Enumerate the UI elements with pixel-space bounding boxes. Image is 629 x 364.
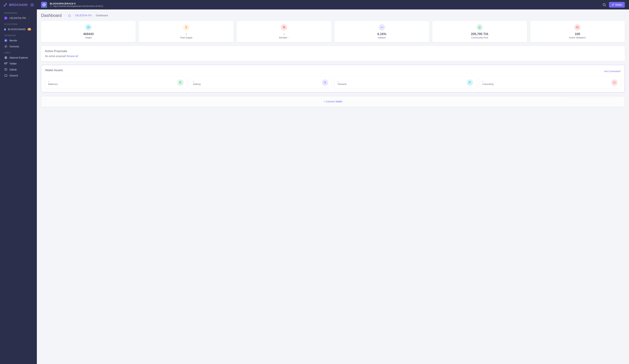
svg-rect-3 [4, 75, 7, 77]
wallet-assets-card: Wallet Assets Not Connected? -BalancesB-… [41, 65, 625, 92]
card-title: Wallet Assets [45, 69, 63, 72]
sidebar-item-label: Github [9, 68, 17, 71]
wallet-value: - [338, 80, 347, 83]
sidebar-item-celestia-itn[interactable]: ✦CELESTIA ITN› [0, 15, 37, 21]
sidebar-item-label: Osmosis [9, 45, 19, 48]
chain-id: BLOCKSPACERACE-0 [50, 2, 103, 5]
sidebar-item-twitter[interactable]: Twitter [0, 61, 37, 67]
stat-label: Active Validators [532, 36, 623, 39]
nav-heading: ECOSYSTEM [0, 21, 37, 26]
stat-value: 205,795 TIA [434, 32, 525, 36]
wallet-label: Rewards [338, 83, 347, 85]
bonded-icon: % [281, 24, 287, 30]
target-icon[interactable] [30, 3, 34, 6]
wallet-label: Balances [48, 83, 58, 85]
avatar: R [467, 80, 473, 86]
not-connected-link[interactable]: Not Connected? [604, 70, 621, 73]
sidebar-item-label: BLOCKCHAINS [8, 28, 25, 31]
wallet-icon [612, 3, 614, 6]
stats-grid: 469443Height$-Total Supply%-Bonded: -6.1… [41, 21, 625, 42]
svg-point-10 [577, 26, 578, 27]
stat-label: Bonded: - [239, 36, 329, 39]
validators-icon [574, 24, 581, 30]
wallet-value: - [48, 80, 58, 83]
browse-all-link[interactable]: Browse all [67, 55, 78, 58]
nav-heading: SPONSORS [0, 32, 37, 38]
nav-heading: LINKS [0, 49, 37, 55]
sidebar-item-osmosis[interactable]: 🧪Osmosis [0, 43, 37, 49]
wallet-label: Unbonding [482, 83, 493, 85]
supply-icon: $ [183, 24, 189, 30]
chain-url[interactable]: https://celestia-blockspacerace-rest.bro… [50, 5, 103, 7]
sidebar-item-mainnet-explorer[interactable]: Mainnet Explorer [0, 55, 37, 61]
avatar: U [611, 80, 618, 86]
sidebar-item-label: Twitter [9, 62, 17, 65]
avatar: B [177, 80, 183, 86]
stat-label: Height [43, 36, 134, 39]
home-icon[interactable] [68, 14, 71, 17]
logo-row[interactable]: BROCHAIN [0, 0, 37, 10]
stat-value: 6.16% [337, 32, 427, 36]
proposals-empty: No active proposal! Browse all [45, 55, 621, 58]
brand-icon [3, 3, 7, 7]
brand-text: BROCHAIN [9, 3, 27, 7]
chevron-right-icon: › [73, 14, 73, 17]
wallet-item-balances[interactable]: -BalancesB [45, 77, 187, 89]
search-icon[interactable] [602, 3, 606, 7]
stat-value: - [239, 32, 329, 36]
wallet-item-rewards[interactable]: -RewardsR [334, 77, 476, 89]
sidebar-item-label: Discord [9, 74, 18, 77]
sidebar-item-blockchains[interactable]: ◉BLOCKCHAINS7› [0, 26, 37, 32]
height-icon [85, 24, 92, 30]
sidebar-item-discord[interactable]: Discord [0, 73, 37, 79]
sidebar-item-becole[interactable]: BBecole [0, 38, 37, 43]
stat-label: Community Pool [434, 36, 525, 39]
wallet-item-staking[interactable]: -StakingS [190, 77, 331, 89]
breadcrumb-current: Dashboard [96, 14, 108, 17]
sidebar-item-github[interactable]: Github [0, 67, 37, 73]
stat-value: 469443 [43, 32, 134, 36]
badge: 7 [27, 28, 31, 30]
wallet-label: Staking [193, 83, 201, 85]
chain-logo[interactable] [41, 2, 47, 8]
pool-icon [476, 24, 483, 30]
wallet-value: - [482, 80, 493, 83]
avatar: S [322, 80, 328, 86]
page-header: Dashboard › CELESTIA ITN › Dashboard [41, 13, 625, 18]
stat-card-validators[interactable]: 100Active Validators [530, 21, 625, 42]
stat-card-inflation[interactable]: 6.16%Inflation [334, 21, 429, 42]
svg-point-6 [603, 3, 605, 6]
stat-value: 100 [532, 32, 623, 36]
active-proposals-card: Active Proposals No active proposal! Bro… [41, 46, 625, 61]
stat-card-height[interactable]: 469443Height [41, 21, 136, 42]
wallet-button[interactable]: Wallet [609, 2, 625, 7]
chevron-right-icon: › [29, 17, 29, 19]
sidebar-item-label: CELESTIA ITN [9, 17, 26, 19]
wallet-value: - [193, 80, 201, 83]
plus-icon: + [324, 100, 326, 103]
sidebar-item-label: Mainnet Explorer [9, 56, 28, 59]
stat-label: Inflation [337, 36, 427, 39]
chevron-right-icon: › [93, 14, 94, 17]
chevron-right-icon: › [34, 28, 35, 30]
svg-point-9 [479, 26, 480, 28]
stat-label: Total Supply [141, 36, 231, 39]
nav-heading: DASHBOARD [0, 10, 37, 15]
stat-value: - [141, 32, 231, 36]
sidebar: BROCHAIN DASHBOARD✦CELESTIA ITN›ECOSYSTE… [0, 0, 37, 364]
stat-card-bonded[interactable]: %-Bonded: - [237, 21, 331, 42]
connect-wallet-button[interactable]: + Connect Wallet [41, 96, 625, 107]
topbar: BLOCKSPACERACE-0 https://celestia-blocks… [37, 0, 629, 9]
page-title: Dashboard [41, 13, 62, 18]
breadcrumb: › CELESTIA ITN › Dashboard [65, 14, 108, 17]
stat-card-supply[interactable]: $-Total Supply [139, 21, 233, 42]
sidebar-item-label: Becole [9, 39, 17, 42]
refresh-icon [50, 5, 52, 7]
wallet-item-unbonding[interactable]: -UnbondingU [479, 77, 621, 89]
inflation-icon [379, 24, 385, 30]
card-title: Active Proposals [45, 49, 621, 53]
breadcrumb-link[interactable]: CELESTIA ITN [75, 14, 91, 17]
stat-card-pool[interactable]: 205,795 TIACommunity Pool [432, 21, 527, 42]
